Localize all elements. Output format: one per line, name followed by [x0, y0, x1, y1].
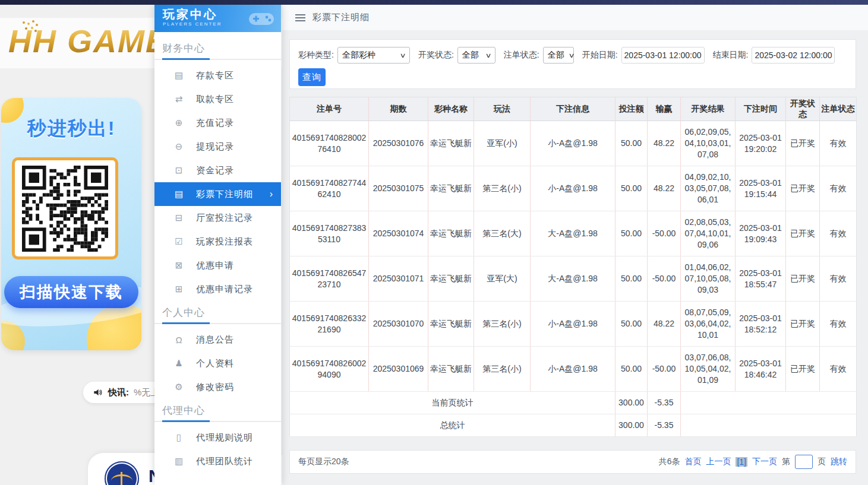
table-row: 40156917408277446241020250301075幸运飞艇新第三名… [290, 166, 857, 211]
cell-order_no: 401569174082633221690 [290, 302, 369, 347]
download-button[interactable]: 扫描快速下载 [4, 276, 138, 308]
jump-link[interactable]: 跳转 [831, 457, 847, 467]
cell-bet_info: 大-A盘@1.98 [531, 256, 616, 302]
cell-draw_status: 已开奖 [786, 211, 820, 256]
pagination-bar: 每页显示20条 共6条 首页 上一页 [1] 下一页 第 页 跳转 [289, 450, 856, 474]
sidebar-item-hall-bet-records[interactable]: ⊟厅室投注记录 [154, 206, 281, 230]
cell-order_status: 有效 [820, 302, 857, 347]
cell-bet_time: 2025-03-01 19:09:43 [736, 211, 786, 256]
cell-lottery: 幸运飞艇新 [428, 121, 474, 166]
sidebar-item-label: 优惠申请 [196, 260, 234, 271]
cell-period: 20250301074 [369, 211, 428, 256]
sidebar-item-agent-team-stats[interactable]: ▥代理团队统计 [154, 449, 281, 473]
col-bet_info: 下注信息 [531, 97, 616, 121]
cell-order_no: 401569174082654723710 [290, 256, 369, 302]
cell-play: 第三名(小) [474, 166, 531, 211]
sidebar-item-change-password[interactable]: ⚙修改密码 [154, 375, 281, 399]
cell-result: 04,09,02,10,03,05,07,08,06,01 [681, 166, 736, 211]
cell-result: 08,07,05,09,03,06,04,02,10,01 [681, 302, 736, 347]
cell-order_no: 401569174082738353110 [290, 211, 369, 256]
promo-banner: 秒进秒出! 扫描快速下载 [1, 98, 141, 350]
promo-headline: 秒进秒出! [1, 116, 141, 142]
purse-icon: ⊡ [173, 165, 184, 176]
col-amount: 投注额 [616, 97, 648, 121]
sidebar-item-messages[interactable]: Ω消息公告 [154, 328, 281, 351]
cell-order_status: 有效 [820, 256, 857, 302]
records-icon: ⊞ [173, 284, 184, 294]
page-jump-input[interactable] [795, 455, 813, 469]
page-size-text: 每页显示20条 [298, 457, 349, 467]
cell-bet_time: 2025-03-01 19:15:44 [736, 166, 786, 211]
lottery-type-label: 彩种类型: [298, 50, 334, 61]
sidebar-item-promo-apply-records[interactable]: ⊞优惠申请记录 [154, 277, 281, 301]
cell-result: 03,07,06,08,10,05,04,02,01,09 [681, 347, 736, 392]
query-button[interactable]: 查询 [298, 68, 326, 86]
cell-amount: 50.00 [616, 121, 648, 166]
cell-period: 20250301075 [369, 166, 428, 211]
cell-amount: 50.00 [616, 211, 648, 256]
menu-toggle-icon[interactable] [295, 12, 305, 23]
cell-bet_info: 小-A盘@1.98 [531, 166, 616, 211]
qr-code [12, 157, 118, 259]
end-date-label: 结束日期: [713, 50, 749, 61]
section-divider [154, 323, 281, 324]
sidebar-item-agent-rules[interactable]: ▯代理规则说明 [154, 426, 281, 449]
sidebar-item-recharge-records[interactable]: ⊕充值记录 [154, 111, 281, 135]
gift-icon: ⊠ [173, 260, 184, 271]
wallet-icon: ⊖ [173, 141, 184, 152]
table-row: 40156917408280027641020250301076幸运飞艇新亚军(… [290, 121, 857, 166]
speaker-icon [93, 388, 103, 397]
chevron-down-icon: ∨ [485, 52, 491, 59]
main-header: 彩票下注明细 [282, 5, 868, 31]
main-content: 彩票下注明细 彩种类型: 全部彩种 ∨ 开奖状态: 全部 ∨ 注单状态: 全部 … [282, 5, 868, 485]
sidebar-item-label: 取款专区 [196, 94, 234, 105]
sidebar-item-withdrawal-records[interactable]: ⊖提现记录 [154, 135, 281, 159]
sidebar-item-deposit[interactable]: ▤存款专区 [154, 64, 281, 87]
sidebar-item-profile[interactable]: ♟个人资料 [154, 351, 281, 375]
grid-list-icon: ⊟ [173, 213, 184, 223]
page-title: 彩票下注明细 [313, 12, 370, 23]
summary-row: 总统计300.00-5.35 [290, 414, 857, 437]
hand-money-icon: ⇄ [173, 94, 184, 104]
cell-lottery: 幸运飞艇新 [428, 302, 474, 347]
table-row: 40156917408263322169020250301070幸运飞艇新第三名… [290, 302, 857, 347]
col-order_status: 注单状态 [820, 97, 857, 121]
prev-page-link[interactable]: 上一页 [706, 457, 731, 467]
draw-status-label: 开奖状态: [418, 50, 454, 61]
summary-label: 当前页统计 [290, 392, 616, 414]
sidebar-item-funds-records[interactable]: ⊡资金记录 [154, 159, 281, 182]
next-page-link[interactable]: 下一页 [752, 457, 777, 467]
sidebar-item-player-bet-report[interactable]: ☑玩家投注报表 [154, 230, 281, 253]
cell-bet_time: 2025-03-01 18:52:12 [736, 302, 786, 347]
sidebar-item-label: 修改密码 [196, 382, 234, 393]
cell-lottery: 幸运飞艇新 [428, 211, 474, 256]
cell-lottery: 幸运飞艇新 [428, 166, 474, 211]
table-row: 40156917408265472371020250301071幸运飞艇新亚军(… [290, 256, 857, 302]
filter-panel: 彩种类型: 全部彩种 ∨ 开奖状态: 全部 ∨ 注单状态: 全部 ∨ 开始日期:… [289, 39, 856, 89]
chevron-right-icon: › [270, 189, 273, 199]
cell-bet_info: 大-A盘@1.98 [531, 211, 616, 256]
col-order_no: 注单号 [290, 97, 369, 121]
sidebar-item-lottery-bet-details[interactable]: ▤彩票下注明细› [154, 182, 281, 206]
cell-amount: 50.00 [616, 302, 648, 347]
jump-suffix: 页 [818, 457, 826, 467]
sidebar-item-promo-apply[interactable]: ⊠优惠申请 [154, 253, 281, 277]
bell-icon: Ω [173, 335, 184, 345]
start-date-input[interactable] [621, 47, 705, 64]
cell-result: 02,08,05,03,07,04,10,01,09,06 [681, 211, 736, 256]
summary-winloss: -5.35 [648, 392, 681, 414]
sidebar-item-withdraw[interactable]: ⇄取款专区 [154, 87, 281, 111]
summary-bet-amount: 300.00 [616, 392, 648, 414]
table-header-row: 注单号期数彩种名称玩法下注信息投注额输赢开奖结果下注时间开奖状态注单状态 [290, 97, 857, 121]
sidebar-item-label: 厅室投注记录 [196, 213, 253, 224]
order-status-select[interactable]: 全部 ∨ [543, 47, 574, 64]
lottery-type-select[interactable]: 全部彩种 ∨ [337, 47, 410, 64]
draw-status-select[interactable]: 全部 ∨ [457, 47, 495, 64]
section-title: 个人中心 [154, 301, 281, 323]
cell-winloss: -50.00 [648, 211, 681, 256]
end-date-input[interactable] [752, 47, 835, 64]
col-period: 期数 [369, 97, 428, 121]
first-page-link[interactable]: 首页 [684, 457, 701, 467]
cell-play: 第三名(大) [474, 211, 531, 256]
team-logo-icon [105, 461, 139, 485]
